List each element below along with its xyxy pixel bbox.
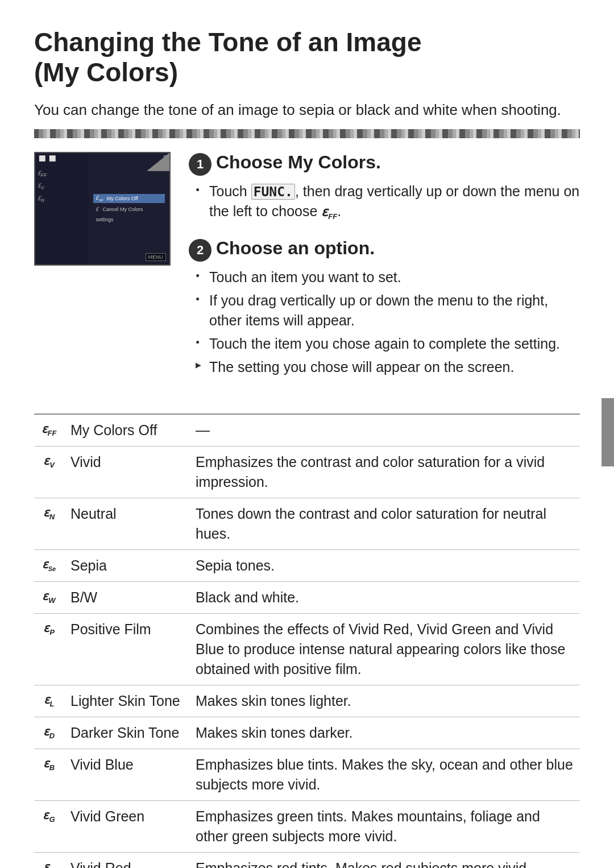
table-row: ɛG Vivid Green Emphasizes green tints. M… — [34, 801, 580, 853]
step2-bullets: Touch an item you want to set. If you dr… — [189, 267, 580, 377]
row-desc: Tones down the contrast and color satura… — [189, 498, 580, 550]
camera-image: ⬜ ⬜ ƐFF ƐV ƐN 5 ƐFF My Colors Off — [34, 152, 171, 266]
row-name: My Colors Off — [64, 414, 189, 447]
row-icon: ɛFF — [34, 414, 64, 447]
row-name: Vivid Green — [64, 801, 189, 853]
row-icon: ɛG — [34, 801, 64, 853]
table-row: ɛL Lighter Skin Tone Makes skin tones li… — [34, 685, 580, 717]
row-name: Vivid Blue — [64, 749, 189, 801]
step1-bullets: Touch FUNC., then drag vertically up or … — [189, 181, 580, 222]
page-content: Changing the Tone of an Image (My Colors… — [0, 0, 614, 868]
row-desc: Emphasizes green tints. Makes mountains,… — [189, 801, 580, 853]
stripe-divider — [34, 129, 580, 138]
menu-item-settings: settings — [93, 216, 165, 224]
row-icon: ɛSe — [34, 550, 64, 582]
table-row: ɛP Positive Film Combines the effects of… — [34, 614, 580, 685]
row-desc: — — [189, 414, 580, 447]
table-row: ɛFF My Colors Off — — [34, 414, 580, 447]
row-desc: Makes skin tones darker. — [189, 717, 580, 749]
right-tab — [601, 398, 614, 466]
row-desc: Makes skin tones lighter. — [189, 685, 580, 717]
row-name: Darker Skin Tone — [64, 717, 189, 749]
row-icon: ɛV — [34, 447, 64, 498]
steps-area: ⬜ ⬜ ƐFF ƐV ƐN 5 ƐFF My Colors Off — [34, 152, 580, 394]
row-icon: ɛD — [34, 717, 64, 749]
table-row: ɛR Vivid Red Emphasizes red tints. Makes… — [34, 853, 580, 868]
step2-bullet3: Touch the item you chose again to comple… — [196, 334, 580, 354]
table-row: ɛW B/W Black and white. — [34, 582, 580, 614]
step2-block: 2 Choose an option. Touch an item you wa… — [189, 238, 580, 377]
table-row: ɛV Vivid Emphasizes the contrast and col… — [34, 447, 580, 498]
row-desc: Emphasizes red tints. Makes red subjects… — [189, 853, 580, 868]
row-icon: ɛL — [34, 685, 64, 717]
step1-heading: 1 Choose My Colors. — [189, 152, 580, 176]
row-name: Positive Film — [64, 614, 189, 685]
page-title: Changing the Tone of an Image (My Colors… — [34, 27, 580, 88]
row-desc: Black and white. — [189, 582, 580, 614]
step2-heading: 2 Choose an option. — [189, 238, 580, 262]
row-desc: Emphasizes blue tints. Makes the sky, oc… — [189, 749, 580, 801]
row-desc: Sepia tones. — [189, 550, 580, 582]
table-row: ɛN Neutral Tones down the contrast and c… — [34, 498, 580, 550]
row-icon: ɛN — [34, 498, 64, 550]
step1-title: Choose My Colors. — [216, 152, 381, 173]
row-name: Vivid — [64, 447, 189, 498]
step2-title: Choose an option. — [216, 238, 375, 259]
menu-item-off: ƐFF My Colors Off — [93, 194, 165, 203]
row-desc: Emphasizes the contrast and color satura… — [189, 447, 580, 498]
step2-number: 2 — [189, 239, 211, 262]
row-icon: ɛB — [34, 749, 64, 801]
step2-bullet1: Touch an item you want to set. — [196, 267, 580, 287]
row-name: B/W — [64, 582, 189, 614]
step2-bullet2: If you drag vertically up or down the me… — [196, 291, 580, 330]
step1-block: 1 Choose My Colors. Touch FUNC., then dr… — [189, 152, 580, 222]
steps-text: 1 Choose My Colors. Touch FUNC., then dr… — [189, 152, 580, 394]
table-row: ɛSe Sepia Sepia tones. — [34, 550, 580, 582]
menu-item-cancel: Ɛ Cancel My Colors — [93, 205, 165, 213]
row-icon: ɛP — [34, 614, 64, 685]
row-name: Sepia — [64, 550, 189, 582]
row-icon: ɛW — [34, 582, 64, 614]
table-row: ɛB Vivid Blue Emphasizes blue tints. Mak… — [34, 749, 580, 801]
step2-arrow-bullet1: The setting you chose will appear on the… — [196, 357, 580, 377]
color-table: ɛFF My Colors Off — ɛV Vivid Emphasizes … — [34, 414, 580, 868]
table-row: ɛD Darker Skin Tone Makes skin tones dar… — [34, 717, 580, 749]
row-desc: Combines the effects of Vivid Red, Vivid… — [189, 614, 580, 685]
row-icon: ɛR — [34, 853, 64, 868]
row-name: Lighter Skin Tone — [64, 685, 189, 717]
step1-number: 1 — [189, 153, 211, 176]
intro-text: You can change the tone of an image to s… — [34, 101, 580, 119]
menu-bottom-bar: MENU — [146, 253, 167, 261]
row-name: Neutral — [64, 498, 189, 550]
row-name: Vivid Red — [64, 853, 189, 868]
step1-bullet1: Touch FUNC., then drag vertically up or … — [196, 181, 580, 222]
